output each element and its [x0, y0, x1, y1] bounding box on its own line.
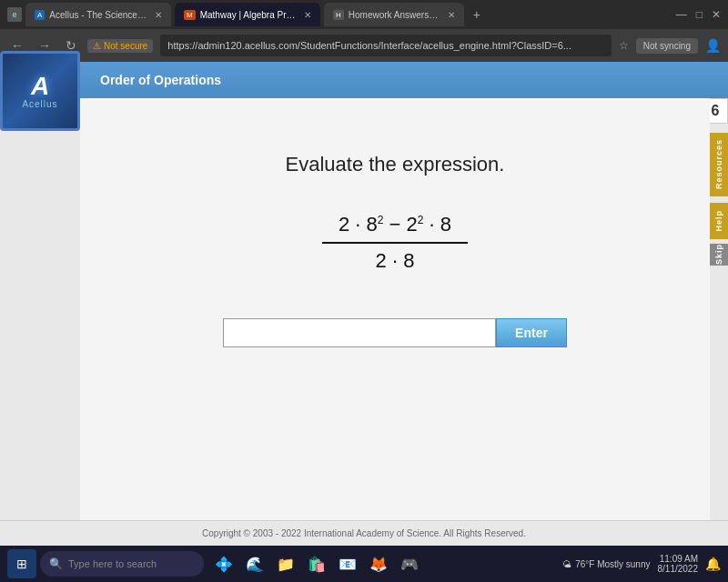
weather-widget: 🌤 76°F Mostly sunny — [562, 559, 650, 569]
start-button[interactable]: ⊞ — [7, 549, 36, 578]
sync-button[interactable]: Not syncing — [636, 38, 698, 54]
logo-area: A Acellus — [0, 51, 80, 131]
minimize-button[interactable]: — — [676, 8, 687, 21]
skip-button[interactable]: Skip — [710, 244, 728, 266]
resources-button[interactable]: Resources — [710, 133, 728, 196]
copyright-text: Copyright © 2003 - 2022 International Ac… — [202, 528, 526, 538]
tab-close-homework[interactable]: ✕ — [448, 10, 455, 20]
tab-acellus[interactable]: A Acellus - The Science of Learnin... ✕ — [25, 3, 171, 26]
clock-widget: 11:09 AM 8/11/2022 — [658, 554, 699, 574]
taskbar-right: 🌤 76°F Mostly sunny 11:09 AM 8/11/2022 🔔 — [562, 554, 721, 574]
address-bar: ← → ↻ ⚠ Not secure ☆ Not syncing 👤 — [0, 29, 728, 62]
maximize-button[interactable]: □ — [696, 8, 703, 21]
profile-button[interactable]: 👤 — [705, 38, 721, 53]
tab-add-button[interactable]: + — [468, 7, 486, 22]
window-icon: e — [7, 7, 22, 22]
page-title: Order of Operations — [100, 73, 221, 87]
title-bar-left: e A Acellus - The Science of Learnin... … — [7, 3, 672, 26]
logo-name: Acellus — [22, 99, 57, 109]
taskbar-icon-edge[interactable]: 🌊 — [242, 551, 268, 577]
denominator: 2 · 8 — [376, 244, 415, 273]
browser-frame: e A Acellus - The Science of Learnin... … — [0, 0, 728, 582]
url-input[interactable] — [160, 35, 611, 56]
numerator: 2 · 82 − 22 · 8 — [322, 213, 468, 244]
help-button[interactable]: Help — [710, 203, 728, 239]
taskbar-search[interactable]: 🔍 Type here to search — [40, 551, 204, 577]
tab-close-acellus[interactable]: ✕ — [155, 10, 162, 20]
taskbar-icon-gaming[interactable]: 🎮 — [397, 551, 422, 577]
taskbar: ⊞ 🔍 Type here to search 💠 🌊 📁 🛍️ 📧 🦊 — [0, 546, 728, 582]
window-controls: — □ ✕ — [676, 8, 721, 21]
page-header: A Acellus Order of Operations 6 Resource… — [0, 62, 728, 98]
enter-button[interactable]: Enter — [496, 318, 567, 347]
weather-text: 76°F Mostly sunny — [575, 559, 650, 569]
title-bar: e A Acellus - The Science of Learnin... … — [0, 0, 728, 29]
fraction-expression: 2 · 82 − 22 · 8 2 · 8 — [322, 213, 468, 273]
time-display: 11:09 AM — [660, 554, 698, 564]
lock-icon: ⚠ — [93, 41, 101, 51]
taskbar-icon-store[interactable]: 🛍️ — [304, 551, 329, 577]
windows-icon: ⊞ — [16, 557, 27, 571]
tab-mathway[interactable]: M Mathway | Algebra Problem Sol... ✕ — [175, 3, 320, 26]
page-content: A Acellus Order of Operations 6 Resource… — [0, 62, 728, 546]
close-button[interactable]: ✕ — [712, 8, 721, 21]
resources-label: Resources — [714, 139, 723, 189]
security-badge: ⚠ Not secure — [87, 39, 153, 53]
tab-close-mathway[interactable]: ✕ — [304, 10, 311, 20]
date-display: 8/11/2022 — [658, 564, 699, 574]
taskbar-icon-mail[interactable]: 📧 — [335, 551, 360, 577]
instruction-text: Evaluate the expression. — [286, 153, 505, 176]
taskbar-icon-cortana[interactable]: 💠 — [211, 551, 237, 577]
main-area: Evaluate the expression. 2 · 82 − 22 · 8… — [80, 98, 710, 520]
skip-label: Skip — [714, 244, 723, 265]
answer-input[interactable] — [223, 318, 496, 347]
answer-area: Enter — [223, 318, 567, 347]
notifications-icon[interactable]: 🔔 — [705, 557, 721, 571]
tab-homework[interactable]: H Homework Answers from Subje... ✕ — [324, 3, 464, 26]
weather-icon: 🌤 — [562, 559, 571, 569]
search-icon: 🔍 — [49, 557, 63, 570]
taskbar-icon-firefox[interactable]: 🦊 — [366, 551, 391, 577]
page-footer: Copyright © 2003 - 2022 International Ac… — [0, 520, 728, 546]
logo-letter: A — [31, 74, 49, 99]
taskbar-icon-explorer[interactable]: 📁 — [273, 551, 298, 577]
search-placeholder: Type here to search — [68, 558, 157, 569]
help-label: Help — [714, 210, 723, 232]
bookmark-icon[interactable]: ☆ — [619, 39, 629, 52]
taskbar-icons: 💠 🌊 📁 🛍️ 📧 🦊 🎮 — [211, 551, 422, 577]
